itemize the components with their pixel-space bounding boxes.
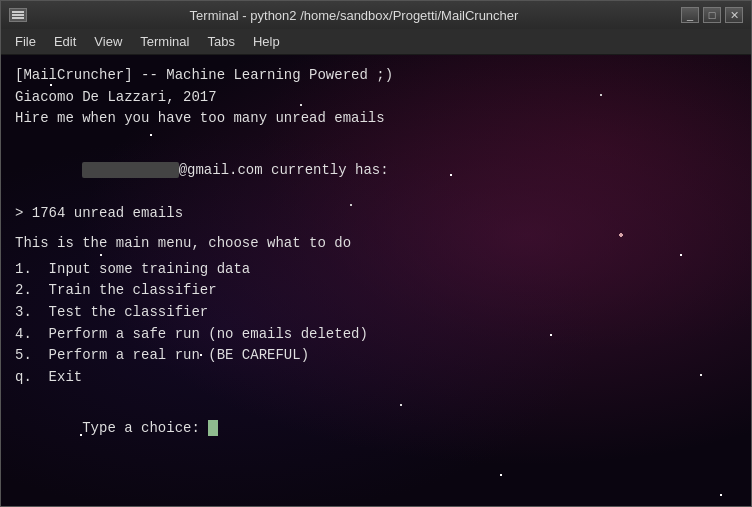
menubar-item-tabs[interactable]: Tabs [199,31,242,52]
terminal-area[interactable]: [MailCruncher] -- Machine Learning Power… [1,55,751,506]
menu-item-q: q. Exit [15,367,737,389]
app-title-line: [MailCruncher] -- Machine Learning Power… [15,65,737,87]
author-line: Giacomo De Lazzari, 2017 [15,87,737,109]
close-button[interactable]: ✕ [725,7,743,23]
maximize-button[interactable]: □ [703,7,721,23]
terminal-cursor [208,420,218,436]
menu-item-2: 2. Train the classifier [15,280,737,302]
terminal-window: Terminal - python2 /home/sandbox/Progett… [0,0,752,507]
terminal-content: [MailCruncher] -- Machine Learning Power… [1,55,751,472]
tagline-line: Hire me when you have too many unread em… [15,108,737,130]
minimize-button[interactable]: _ [681,7,699,23]
email-line: @gmail.com currently has: [15,138,737,203]
window-icon [9,8,27,22]
menu-item-1: 1. Input some training data [15,259,737,281]
titlebar: Terminal - python2 /home/sandbox/Progett… [1,1,751,29]
menubar-item-terminal[interactable]: Terminal [132,31,197,52]
count-line: > 1764 unread emails [15,203,737,225]
menu-item-3: 3. Test the classifier [15,302,737,324]
prompt-line: Type a choice: [15,397,737,462]
email-redacted [82,162,178,178]
menubar-item-view[interactable]: View [86,31,130,52]
menu-item-4: 4. Perform a safe run (no emails deleted… [15,324,737,346]
menubar-item-edit[interactable]: Edit [46,31,84,52]
menu-intro-line: This is the main menu, choose what to do [15,233,737,255]
window-controls: _ □ ✕ [681,7,743,23]
prompt-text: Type a choice: [82,420,208,436]
menu-item-5: 5. Perform a real run (BE CAREFUL) [15,345,737,367]
menubar-item-help[interactable]: Help [245,31,288,52]
window-title: Terminal - python2 /home/sandbox/Progett… [190,8,519,23]
email-suffix: @gmail.com currently has: [179,162,389,178]
menubar-item-file[interactable]: File [7,31,44,52]
menubar: FileEditViewTerminalTabsHelp [1,29,751,55]
